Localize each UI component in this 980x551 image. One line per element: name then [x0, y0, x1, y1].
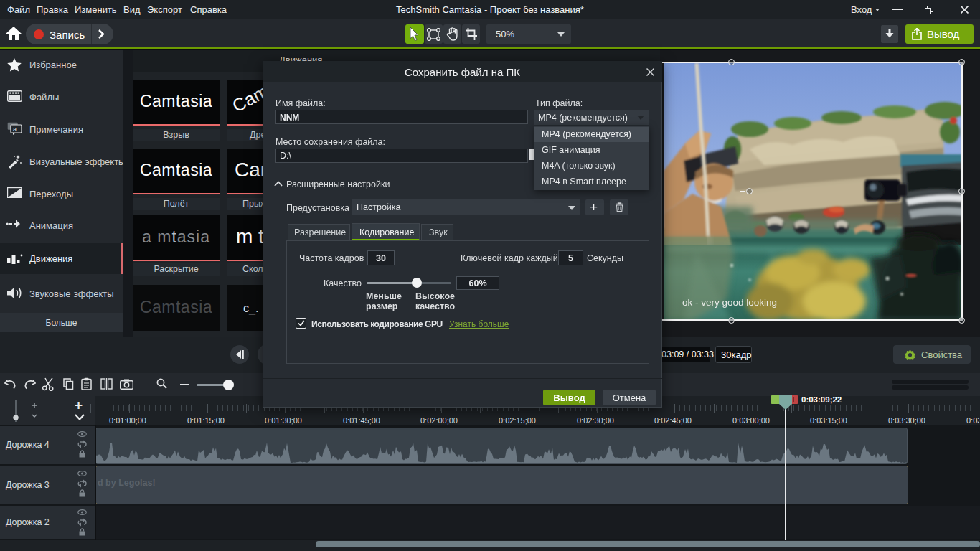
svg-text:a: a [13, 126, 17, 133]
